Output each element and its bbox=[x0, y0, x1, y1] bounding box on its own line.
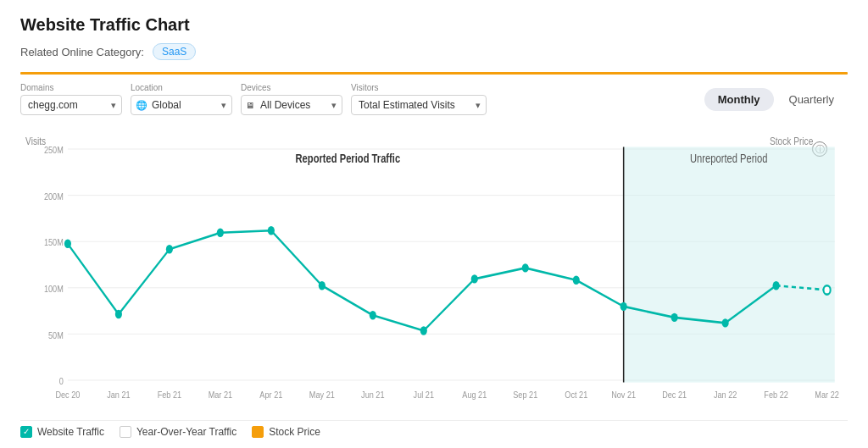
monthly-button[interactable]: Monthly bbox=[704, 88, 774, 111]
stock-checkbox[interactable] bbox=[252, 426, 264, 438]
traffic-checkbox[interactable] bbox=[20, 426, 32, 438]
svg-text:150M: 150M bbox=[44, 236, 64, 247]
svg-text:Dec 20: Dec 20 bbox=[55, 389, 80, 400]
svg-text:Apr 21: Apr 21 bbox=[259, 389, 282, 400]
devices-filter: Devices All Devices 🖥 bbox=[241, 83, 342, 115]
svg-point-49 bbox=[773, 281, 780, 290]
visitors-select[interactable]: Total Estimated Visits bbox=[351, 95, 487, 115]
domains-filter: Domains chegg.com bbox=[20, 83, 122, 115]
filters-row: Domains chegg.com Location Global 🌐 Devi… bbox=[20, 83, 848, 115]
yoy-label: Year-Over-Year Traffic bbox=[136, 426, 236, 438]
svg-point-50 bbox=[824, 285, 831, 294]
svg-text:100M: 100M bbox=[44, 283, 64, 294]
domains-select[interactable]: chegg.com bbox=[20, 95, 122, 115]
svg-point-37 bbox=[166, 245, 173, 253]
svg-rect-14 bbox=[624, 147, 835, 382]
domains-label: Domains bbox=[20, 83, 122, 92]
svg-text:Feb 21: Feb 21 bbox=[158, 389, 182, 400]
quarterly-button[interactable]: Quarterly bbox=[776, 88, 848, 111]
svg-point-45 bbox=[573, 276, 580, 285]
svg-point-42 bbox=[420, 326, 427, 335]
legend-yoy: Year-Over-Year Traffic bbox=[120, 426, 236, 438]
legend-row: Website Traffic Year-Over-Year Traffic S… bbox=[20, 420, 848, 438]
svg-point-47 bbox=[671, 313, 678, 322]
svg-point-40 bbox=[319, 281, 326, 290]
category-label: Related Online Category: bbox=[20, 46, 144, 58]
svg-point-43 bbox=[471, 274, 478, 283]
svg-text:Nov 21: Nov 21 bbox=[611, 389, 636, 400]
stock-label: Stock Price bbox=[269, 426, 320, 438]
svg-point-46 bbox=[620, 302, 627, 311]
svg-text:Dec 21: Dec 21 bbox=[662, 389, 687, 400]
svg-text:Reported Period Traffic: Reported Period Traffic bbox=[296, 151, 401, 165]
svg-text:Stock Price: Stock Price bbox=[770, 135, 813, 147]
svg-text:0: 0 bbox=[59, 375, 64, 386]
svg-text:Jan 21: Jan 21 bbox=[107, 389, 131, 400]
chart-area: Visits Stock Price 250M 200M 150M 100M 5… bbox=[20, 127, 848, 413]
devices-label: Devices bbox=[241, 83, 342, 92]
svg-text:Jan 22: Jan 22 bbox=[714, 389, 737, 400]
svg-point-35 bbox=[64, 240, 71, 248]
svg-text:Aug 21: Aug 21 bbox=[462, 389, 487, 400]
visitors-label: Visitors bbox=[351, 83, 487, 92]
traffic-label: Website Traffic bbox=[37, 426, 104, 438]
page-title: Website Traffic Chart bbox=[20, 15, 848, 35]
svg-text:Jul 21: Jul 21 bbox=[414, 389, 435, 400]
svg-text:Sep 21: Sep 21 bbox=[513, 389, 537, 400]
svg-point-44 bbox=[522, 263, 529, 272]
svg-point-36 bbox=[115, 310, 122, 318]
period-toggle: Monthly Quarterly bbox=[704, 88, 848, 111]
svg-text:Mar 21: Mar 21 bbox=[209, 389, 233, 400]
yoy-checkbox[interactable] bbox=[120, 426, 131, 438]
location-label: Location bbox=[131, 83, 232, 92]
svg-text:Feb 22: Feb 22 bbox=[764, 389, 788, 400]
legend-stock: Stock Price bbox=[252, 426, 320, 438]
legend-traffic: Website Traffic bbox=[20, 426, 104, 438]
svg-text:Jun 21: Jun 21 bbox=[361, 389, 385, 400]
svg-text:Mar 22: Mar 22 bbox=[815, 389, 839, 400]
svg-point-38 bbox=[217, 229, 224, 237]
location-select[interactable]: Global bbox=[131, 95, 232, 115]
orange-bar bbox=[20, 72, 848, 75]
category-badge: SaaS bbox=[153, 43, 196, 60]
svg-text:50M: 50M bbox=[48, 329, 64, 340]
svg-point-39 bbox=[268, 226, 275, 235]
devices-select[interactable]: All Devices bbox=[241, 95, 342, 115]
svg-text:Visits: Visits bbox=[25, 135, 46, 147]
svg-point-41 bbox=[370, 311, 376, 319]
visitors-filter: Visitors Total Estimated Visits bbox=[351, 83, 487, 115]
svg-text:Unreported Period: Unreported Period bbox=[690, 151, 767, 165]
svg-text:May 21: May 21 bbox=[309, 389, 335, 400]
svg-text:200M: 200M bbox=[44, 191, 64, 202]
svg-text:250M: 250M bbox=[44, 144, 64, 155]
traffic-chart: Visits Stock Price 250M 200M 150M 100M 5… bbox=[20, 127, 848, 413]
svg-text:Oct 21: Oct 21 bbox=[565, 389, 587, 400]
svg-point-48 bbox=[722, 318, 729, 327]
location-filter: Location Global 🌐 bbox=[131, 83, 232, 115]
